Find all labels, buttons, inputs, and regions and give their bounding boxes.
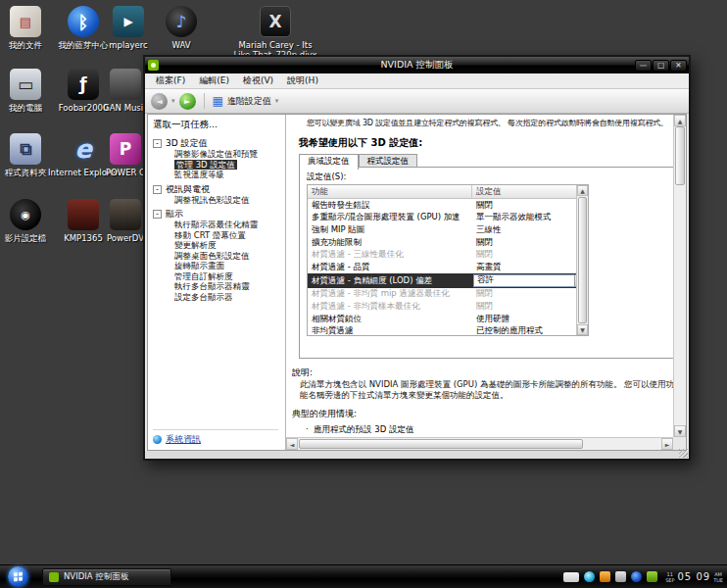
task-group-video-tv[interactable]: - 視訊與電視 [153, 184, 285, 195]
taskbar-clock[interactable]: 11 SEP 05 09 AM TUE [665, 571, 723, 583]
table-row-selected[interactable]: 材質過濾 - 負精細度 (LOD) 偏差 容許 ▼ [308, 273, 588, 288]
taskbar-button-nvidia[interactable]: NVIDIA 控制面板 [42, 568, 171, 586]
video-file-icon: X [260, 6, 291, 37]
back-button[interactable]: ◄ [151, 93, 168, 110]
scroll-up-icon[interactable]: ▲ [577, 185, 588, 196]
collapse-icon[interactable]: - [153, 210, 162, 219]
volume-icon[interactable] [615, 571, 626, 582]
setting-value[interactable]: 關閉 [472, 199, 588, 212]
my-documents-icon: ▤ [10, 6, 41, 37]
desktop-icon-label: 我的文件 [9, 40, 42, 50]
table-row[interactable]: 相關材質鎖位 使用硬體 [308, 313, 588, 325]
history-caret-icon[interactable]: ▾ [171, 97, 175, 105]
task-item-desktop-color[interactable]: 調整桌面色彩設定值 [174, 251, 285, 262]
task-group-display[interactable]: - 顯示 [153, 209, 285, 220]
lod-bias-combobox[interactable]: 容許 ▼ [473, 274, 587, 287]
description-title: 說明: [292, 367, 313, 379]
desktop-icon-label: POWER C [106, 168, 145, 177]
page-title: 我希望使用以下 3D 設定值: [299, 136, 422, 150]
setting-value[interactable]: 單一顯示器效能模式 [472, 211, 588, 223]
collapse-icon[interactable]: - [153, 185, 162, 194]
table-row[interactable]: 多重顯示/混合圖形處理裝置 (GPU) 加速 單一顯示器效能模式 [308, 212, 588, 224]
column-feature[interactable]: 功能 [308, 185, 472, 198]
scroll-down-icon[interactable]: ▼ [674, 425, 686, 437]
menu-file[interactable]: 檔案(F) [149, 74, 192, 87]
task-item-video-color[interactable]: 調整視訊色彩設定值 [174, 195, 285, 206]
setting-feature: 材質過濾 - 三線性最佳化 [308, 248, 472, 261]
bluetooth-icon: ᛒ [68, 6, 99, 37]
clock-month: SEP [665, 577, 674, 583]
content-vertical-scrollbar[interactable]: ▲ ▼ [673, 115, 686, 437]
task-item-manage-3d-settings[interactable]: 管理 3D 設定值 [174, 160, 237, 171]
settings-table: 功能 設定值 報告時發生錯誤 關閉 多重顯示/混合圖形處理裝置 (GPU) 加速… [307, 184, 589, 336]
setting-value[interactable]: 使用硬體 [472, 313, 588, 325]
setting-feature: 強制 MIP 貼圖 [308, 223, 472, 236]
tray-app-icon[interactable] [600, 571, 610, 582]
content-pane: 您可以變更廣域 3D 設定值並且建立特定程式的複寫程式。 每次指定的程式啟動時將… [286, 115, 686, 450]
clock-day: TUE [713, 577, 723, 583]
desktop-icon-label: GAN Music [103, 103, 148, 113]
forward-button[interactable]: ► [179, 93, 196, 110]
desktop-icon-divx-file[interactable]: X Mariah Carey - Its Like That_720p.divx [233, 6, 317, 60]
usage-title: 典型的使用情境: [292, 408, 357, 420]
windows-flag-icon [14, 572, 23, 582]
desktop-icon-wav[interactable]: ♪ WAV [150, 6, 213, 50]
setting-feature: 非均質過濾 [308, 324, 472, 337]
tab-global-settings[interactable]: 廣域設定值 [299, 154, 359, 170]
task-group-label: 視訊與電視 [166, 184, 210, 195]
content-horizontal-scrollbar[interactable]: ◄ ► [286, 437, 673, 450]
program-folder-icon: ⧉ [10, 133, 41, 165]
setting-value[interactable]: 已控制的應用程式 [472, 324, 588, 337]
setting-feature: 材質過濾 - 品質 [308, 261, 472, 273]
task-item-rotate-display[interactable]: 旋轉顯示畫面 [174, 261, 285, 271]
title-bar[interactable]: NVIDIA 控制面板 — □ ✕ [145, 57, 689, 74]
table-row[interactable]: 擴充功能限制 關閉 [308, 236, 588, 249]
system-info-link[interactable]: 系統資訊 [166, 433, 201, 446]
task-item-setup-multi-display[interactable]: 設定多台顯示器 [174, 292, 285, 303]
scroll-down-icon[interactable]: ▼ [577, 324, 588, 335]
table-row[interactable]: 非均質過濾 已控制的應用程式 [308, 324, 588, 337]
setting-feature: 材質過濾 - 非均質樣本最佳化 [308, 300, 472, 313]
nvidia-control-panel-window: NVIDIA 控制面板 — □ ✕ 檔案(F) 編輯(E) 檢視(V) 說明(H… [143, 55, 691, 461]
task-item-change-resolution[interactable]: 變更解析度 [174, 240, 285, 251]
close-button[interactable]: ✕ [670, 60, 687, 72]
table-scrollbar[interactable]: ▲ ▼ [576, 185, 588, 335]
chevron-down-icon[interactable]: ▾ [275, 97, 279, 105]
scrollbar-thumb[interactable] [675, 126, 685, 185]
nvidia-tray-icon[interactable] [647, 571, 657, 582]
tray-app-icon[interactable] [584, 571, 595, 582]
task-item-display-wizard[interactable]: 執行顯示器最佳化精靈 [174, 220, 285, 230]
task-item-multi-display-wizard[interactable]: 執行多台顯示器精靈 [174, 281, 285, 292]
maximize-button[interactable]: □ [653, 60, 669, 72]
nvidia-logo-icon [49, 572, 59, 582]
menu-view[interactable]: 檢視(V) [236, 74, 280, 87]
collapse-icon[interactable]: - [153, 139, 162, 148]
task-item-adjust-image[interactable]: 調整影像設定值和預覽 [174, 149, 285, 160]
menu-edit[interactable]: 編輯(E) [192, 74, 236, 87]
table-row[interactable]: 強制 MIP 貼圖 三線性 [308, 223, 588, 236]
scrollbar-thumb[interactable] [299, 439, 583, 449]
scrollbar-thumb[interactable] [578, 197, 587, 323]
desktop-icon-label: 我的電腦 [9, 103, 42, 113]
bluetooth-tray-icon[interactable] [631, 571, 642, 582]
language-bar-icon[interactable] [563, 572, 579, 582]
table-row[interactable]: 報告時發生錯誤 關閉 [308, 199, 588, 212]
scroll-right-icon[interactable]: ► [661, 438, 673, 450]
task-group-3d[interactable]: - 3D 設定值 [153, 138, 285, 149]
minimize-button[interactable]: — [635, 60, 652, 72]
task-item-monitor-temperature[interactable]: 監視溫度等級 [174, 170, 285, 180]
column-setting[interactable]: 設定值 [472, 185, 588, 198]
table-row[interactable]: 材質過濾 - 品質 高畫質 [308, 261, 588, 273]
start-button[interactable] [8, 566, 28, 587]
setting-value[interactable]: 三線性 [472, 223, 588, 236]
scroll-left-icon[interactable]: ◄ [286, 438, 298, 450]
advanced-settings-dropdown[interactable]: 進階設定值 [227, 95, 271, 108]
resize-grip[interactable] [679, 449, 688, 458]
media-player-icon: ▶ [113, 6, 144, 37]
task-item-move-crt[interactable]: 移動 CRT 螢幕位置 [174, 230, 285, 241]
menu-help[interactable]: 說明(H) [280, 74, 325, 87]
scroll-up-icon[interactable]: ▲ [674, 115, 686, 126]
setting-value[interactable]: 高畫質 [472, 261, 588, 273]
task-item-custom-resolution[interactable]: 管理自訂解析度 [174, 271, 285, 282]
setting-value[interactable]: 關閉 [472, 236, 588, 249]
